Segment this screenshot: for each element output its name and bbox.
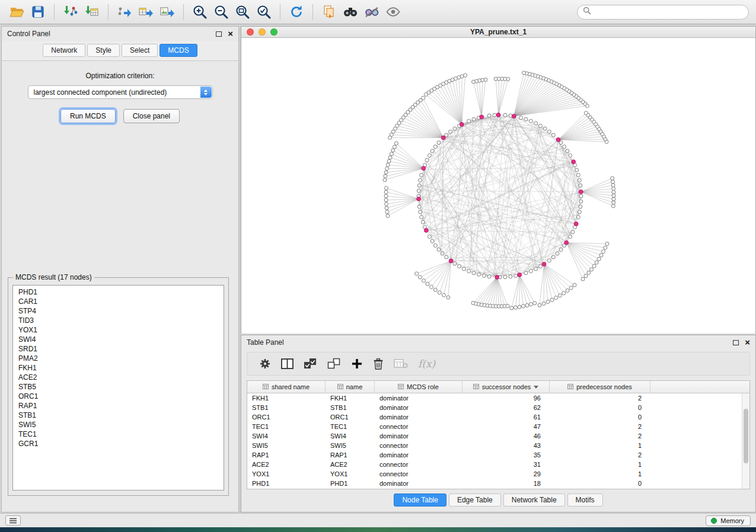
network-canvas[interactable] — [241, 38, 755, 334]
table-row[interactable]: FKH1FKH1dominator962 — [247, 393, 749, 403]
zoom-in-icon[interactable] — [190, 2, 209, 21]
open-file-icon[interactable] — [7, 2, 26, 21]
tab-motifs[interactable]: Motifs — [567, 493, 603, 507]
table-cell: RAP1 — [326, 451, 375, 459]
result-list-item[interactable]: SRD1 — [13, 344, 224, 354]
maximize-window-icon[interactable] — [270, 28, 277, 36]
result-list-item[interactable]: SWI4 — [13, 335, 224, 344]
table-row[interactable]: TEC1TEC1connector472 — [247, 422, 749, 431]
result-list-item[interactable]: YOX1 — [13, 325, 224, 335]
table-cell: ACE2 — [326, 461, 375, 468]
result-list-item[interactable]: STP4 — [13, 306, 224, 316]
tab-network-table[interactable]: Network Table — [503, 493, 565, 507]
table-cell: SWI4 — [326, 432, 375, 440]
table-row[interactable]: SWI4SWI4dominator462 — [247, 431, 749, 441]
save-session-icon[interactable] — [28, 2, 47, 21]
criterion-dropdown[interactable]: largest connected component (undirected) — [28, 85, 213, 99]
export-image-icon[interactable] — [158, 2, 177, 21]
result-list-item[interactable]: TEC1 — [13, 430, 224, 439]
result-list-item[interactable]: CAR1 — [13, 297, 224, 306]
zoom-selected-icon[interactable] — [254, 2, 273, 21]
search-input[interactable] — [595, 8, 743, 16]
table-row[interactable]: PHD1PHD1dominator180 — [247, 479, 749, 488]
show-column-icon[interactable] — [281, 358, 294, 369]
table-vertical-scrollbar[interactable] — [742, 393, 749, 489]
zoom-fit-icon[interactable] — [233, 2, 252, 21]
tab-style[interactable]: Style — [87, 44, 120, 57]
column-header-successor-nodes[interactable]: successor nodes — [462, 381, 550, 393]
result-list-item[interactable]: RAP1 — [13, 401, 224, 411]
table-row[interactable]: ORC1ORC1dominator610 — [247, 412, 749, 422]
table-cell: RAP1 — [247, 451, 326, 459]
tab-network[interactable]: Network — [43, 44, 85, 57]
export-network-icon[interactable] — [115, 2, 134, 21]
column-header-predecessor-nodes[interactable]: predecessor nodes — [550, 381, 650, 393]
search-box[interactable] — [577, 5, 749, 20]
result-list-item[interactable]: PMA2 — [13, 354, 224, 363]
result-list-item[interactable]: TID3 — [13, 316, 224, 325]
result-list-item[interactable]: GCR1 — [13, 439, 224, 448]
close-panel-icon[interactable]: × — [228, 31, 233, 37]
close-panel-button[interactable]: Close panel — [123, 109, 180, 123]
table-cell: connector — [375, 423, 462, 430]
table-cell: 46 — [462, 432, 550, 440]
app-window: Control Panel × NetworkStyleSelectMCDS O… — [0, 0, 756, 532]
result-list-item[interactable]: FKH1 — [13, 363, 224, 373]
table-row[interactable]: ACE2ACE2connector311 — [247, 460, 749, 469]
network-titlebar[interactable]: YPA_prune.txt_1 — [241, 27, 755, 38]
table-row[interactable]: YOX1YOX1connector291 — [247, 469, 749, 479]
panel-menu-button[interactable] — [5, 515, 21, 525]
column-type-icon — [337, 383, 343, 390]
table-cell: 29 — [462, 470, 550, 477]
delete-column-icon[interactable] — [373, 358, 384, 370]
result-list-item[interactable]: STB1 — [13, 411, 224, 420]
show-all-icon[interactable] — [384, 2, 403, 21]
tab-mcds[interactable]: MCDS — [160, 44, 197, 57]
deselect-all-rows-icon[interactable] — [327, 358, 341, 370]
close-panel-icon[interactable]: × — [745, 339, 750, 345]
table-panel-title: Table Panel — [247, 338, 284, 347]
column-header-name[interactable]: name — [326, 381, 375, 393]
table-settings-gear-icon[interactable] — [259, 358, 271, 370]
run-mcds-button[interactable]: Run MCDS — [60, 109, 116, 123]
clone-network-icon[interactable] — [320, 2, 339, 21]
tab-edge-table[interactable]: Edge Table — [449, 493, 501, 507]
export-table-icon[interactable] — [136, 2, 155, 21]
mcds-result-list[interactable]: PHD1CAR1STP4TID3YOX1SWI4SRD1PMA2FKH1ACE2… — [12, 285, 224, 491]
result-list-item[interactable]: PHD1 — [13, 287, 224, 297]
add-column-icon[interactable] — [351, 358, 363, 370]
table-row[interactable]: RAP1RAP1dominator352 — [247, 450, 749, 460]
column-header-MCDS-role[interactable]: MCDS role — [375, 381, 462, 393]
result-list-item[interactable]: STB5 — [13, 382, 224, 392]
table-cell: YOX1 — [326, 470, 375, 477]
select-all-rows-icon[interactable] — [304, 358, 317, 370]
table-cell: dominator — [375, 451, 462, 459]
memory-button[interactable]: Memory — [706, 515, 751, 526]
control-panel-tabs: NetworkStyleSelectMCDS — [2, 41, 238, 61]
table-row[interactable]: STB1STB1dominator620 — [247, 403, 749, 412]
hide-selected-icon[interactable] — [362, 2, 381, 21]
toolbar-separator — [183, 4, 184, 20]
table-cell: dominator — [375, 480, 462, 487]
tab-node-table[interactable]: Node Table — [394, 493, 446, 507]
delete-table-icon-disabled — [394, 358, 408, 369]
first-neighbors-icon[interactable] — [341, 2, 360, 21]
result-list-item[interactable]: ACE2 — [13, 373, 224, 382]
float-panel-icon[interactable] — [216, 31, 222, 37]
table-row[interactable]: SWI5SWI5connector431 — [247, 441, 749, 450]
result-list-item[interactable]: ORC1 — [13, 392, 224, 401]
import-network-icon[interactable] — [61, 2, 80, 21]
scrollbar-thumb[interactable] — [744, 409, 748, 463]
refresh-layout-icon[interactable] — [287, 2, 306, 21]
table-cell: 61 — [462, 414, 550, 421]
column-header-shared-name[interactable]: shared name — [247, 381, 326, 393]
import-table-icon[interactable] — [82, 2, 101, 21]
minimize-window-icon[interactable] — [259, 28, 266, 36]
dropdown-stepper-icon[interactable] — [200, 86, 212, 98]
float-panel-icon[interactable] — [733, 340, 739, 345]
close-window-icon[interactable] — [247, 28, 254, 36]
result-list-item[interactable]: SWI5 — [13, 420, 224, 430]
zoom-out-icon[interactable] — [212, 2, 231, 21]
tab-select[interactable]: Select — [122, 44, 158, 57]
toolbar-separator — [108, 4, 109, 20]
